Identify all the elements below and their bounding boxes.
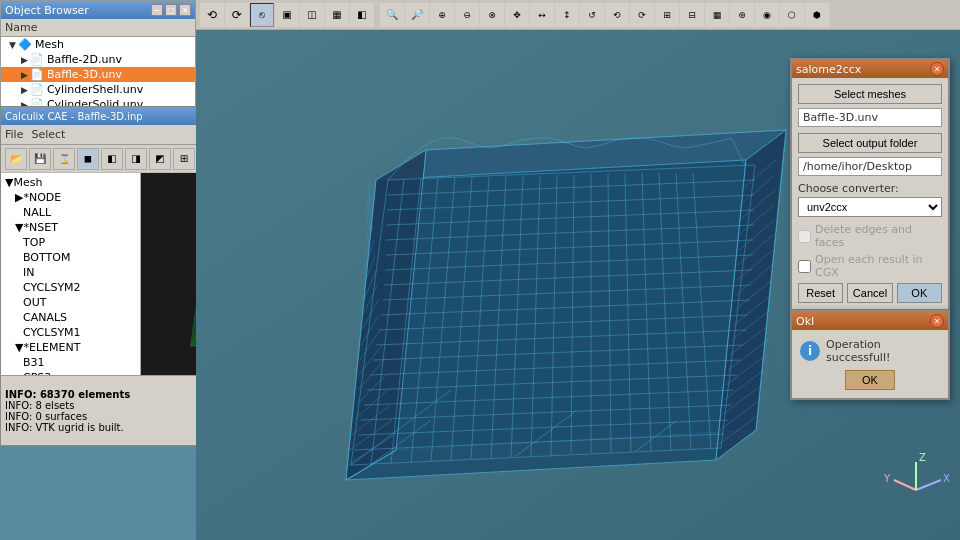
salome2ccx-body: Select meshes Baffle-3D.unv Select outpu… (792, 78, 948, 309)
main-tb-btn16[interactable]: ↺ (580, 3, 604, 27)
calc-out-label: OUT (23, 296, 46, 309)
calc-node-label: *NODE (23, 191, 61, 204)
arrow-icon-shell: ▶ (21, 85, 28, 95)
main-tb-btn20[interactable]: ⊟ (680, 3, 704, 27)
tb-btn-6[interactable]: ◨ (125, 148, 147, 170)
calc-tree-out[interactable]: OUT (1, 295, 140, 310)
main-tb-btn8[interactable]: 🔍 (380, 3, 404, 27)
main-tb-btn4[interactable]: ▣ (275, 3, 299, 27)
main-tb-btn22[interactable]: ⊛ (730, 3, 754, 27)
tb-btn-1[interactable]: 📂 (5, 148, 27, 170)
object-browser-titlebar: Object Browser ─ □ ✕ (1, 1, 195, 19)
calc-cyclsym1-label: CYCLSYM1 (23, 326, 81, 339)
calculix-title: Calculix CAE - Baffle-3D.inp (5, 111, 143, 122)
main-tb-btn25[interactable]: ⬢ (805, 3, 829, 27)
tree-item-mesh[interactable]: ▼ 🔷 Mesh (1, 37, 195, 52)
tree-item-baffle2d[interactable]: ▶ 📄 Baffle-2D.unv (1, 52, 195, 67)
salome2ccx-title-text: salome2ccx (796, 63, 861, 76)
tree-label-mesh: Mesh (35, 38, 64, 51)
reset-btn[interactable]: Reset (798, 283, 843, 303)
delete-edges-label: Delete edges and faces (815, 223, 942, 249)
calc-tree-bottom[interactable]: BOTTOM (1, 250, 140, 265)
main-tb-btn5[interactable]: ◫ (300, 3, 324, 27)
salome2ccx-title: salome2ccx ✕ (792, 60, 948, 78)
delete-edges-checkbox[interactable] (798, 230, 811, 243)
open-cgx-row[interactable]: Open each result in CGX (798, 253, 942, 279)
main-toolbar: ⟲ ⟳ ⎋ ▣ ◫ ▦ ◧ 🔍 🔎 ⊕ ⊖ ⊗ ✥ ↔ ↕ ↺ ⟲ ⟳ ⊞ ⊟ … (196, 0, 960, 30)
open-cgx-label: Open each result in CGX (815, 253, 942, 279)
main-tb-btn10[interactable]: ⊕ (430, 3, 454, 27)
main-tb-btn18[interactable]: ⟳ (630, 3, 654, 27)
calc-tree-node[interactable]: ▶ *NODE (1, 190, 140, 205)
main-tb-save[interactable]: ⎋ (250, 3, 274, 27)
select-output-btn[interactable]: Select output folder (798, 133, 942, 153)
main-tb-btn23[interactable]: ◉ (755, 3, 779, 27)
ob-minimize-btn[interactable]: ─ (151, 4, 163, 16)
oki-ok-btn[interactable]: OK (845, 370, 895, 390)
main-tb-open[interactable]: ⟳ (225, 3, 249, 27)
main-tb-btn9[interactable]: 🔎 (405, 3, 429, 27)
menu-file[interactable]: File (5, 128, 23, 141)
calc-bottom-label: BOTTOM (23, 251, 70, 264)
tb-btn-2[interactable]: 💾 (29, 148, 51, 170)
tb-btn-7[interactable]: ◩ (149, 148, 171, 170)
main-tb-btn13[interactable]: ✥ (505, 3, 529, 27)
calc-mesh-label: Mesh (13, 176, 42, 189)
arrow-icon-3d: ▶ (21, 70, 28, 80)
tb-btn-8[interactable]: ⊞ (173, 148, 195, 170)
node-arrow: ▶ (15, 191, 23, 204)
main-tb-btn6[interactable]: ▦ (325, 3, 349, 27)
svg-text:Y: Y (883, 473, 891, 484)
calc-tree-mesh[interactable]: ▼ Mesh (1, 175, 140, 190)
calc-nall-label: NALL (23, 206, 51, 219)
calc-canals-label: CANALS (23, 311, 67, 324)
main-tb-btn14[interactable]: ↔ (530, 3, 554, 27)
mesh-arrow: ▼ (5, 176, 13, 189)
element-arrow: ▼ (15, 341, 23, 354)
main-tb-sep1 (375, 3, 379, 27)
svg-text:Z: Z (919, 452, 926, 463)
calc-tree-cyclsym2[interactable]: CYCLSYM2 (1, 280, 140, 295)
calc-tree-top[interactable]: TOP (1, 235, 140, 250)
main-tb-new[interactable]: ⟲ (200, 3, 224, 27)
tb-btn-3[interactable]: ⌛ (53, 148, 75, 170)
calc-tree-canals[interactable]: CANALS (1, 310, 140, 325)
salome2ccx-close-btn[interactable]: ✕ (930, 62, 944, 76)
main-tb-btn17[interactable]: ⟲ (605, 3, 629, 27)
calc-tree-element[interactable]: ▼ *ELEMENT (1, 340, 140, 355)
calc-tree-nall[interactable]: NALL (1, 205, 140, 220)
main-tb-btn21[interactable]: ▦ (705, 3, 729, 27)
main-tb-btn24[interactable]: ⬡ (780, 3, 804, 27)
calc-tree-nset[interactable]: ▼ *NSET (1, 220, 140, 235)
select-meshes-btn[interactable]: Select meshes (798, 84, 942, 104)
ob-column-name: Name (1, 19, 195, 37)
tree-label-baffle3d: Baffle-3D.unv (47, 68, 122, 81)
main-tb-btn7[interactable]: ◧ (350, 3, 374, 27)
converter-select[interactable]: unv2ccx (798, 197, 942, 217)
open-cgx-checkbox[interactable] (798, 260, 811, 273)
main-tb-btn12[interactable]: ⊗ (480, 3, 504, 27)
main-tb-btn11[interactable]: ⊖ (455, 3, 479, 27)
cancel-btn[interactable]: Cancel (847, 283, 892, 303)
delete-edges-row: Delete edges and faces (798, 223, 942, 249)
dialog-action-buttons: Reset Cancel OK (798, 283, 942, 303)
oki-message: Operation successfull! (826, 338, 940, 364)
salome2ccx-dialog: salome2ccx ✕ Select meshes Baffle-3D.unv… (790, 58, 950, 311)
tb-btn-4[interactable]: ◼ (77, 148, 99, 170)
calc-tree-in[interactable]: IN (1, 265, 140, 280)
tree-item-baffle3d[interactable]: ▶ 📄 Baffle-3D.unv (1, 67, 195, 82)
menu-select[interactable]: Select (31, 128, 65, 141)
ob-maximize-btn[interactable]: □ (165, 4, 177, 16)
arrow-icon-2d: ▶ (21, 55, 28, 65)
oki-close-btn[interactable]: ✕ (930, 314, 944, 328)
calc-tree-b31[interactable]: B31 (1, 355, 140, 370)
main-tb-btn19[interactable]: ⊞ (655, 3, 679, 27)
info-icon: i (800, 341, 820, 361)
ok-btn[interactable]: OK (897, 283, 942, 303)
ob-close-btn[interactable]: ✕ (179, 4, 191, 16)
calc-tree-cyclsym1[interactable]: CYCLSYM1 (1, 325, 140, 340)
oki-message-row: i Operation successfull! (800, 338, 940, 364)
tb-btn-5[interactable]: ◧ (101, 148, 123, 170)
main-tb-btn15[interactable]: ↕ (555, 3, 579, 27)
tree-item-cylindershell[interactable]: ▶ 📄 CylinderShell.unv (1, 82, 195, 97)
